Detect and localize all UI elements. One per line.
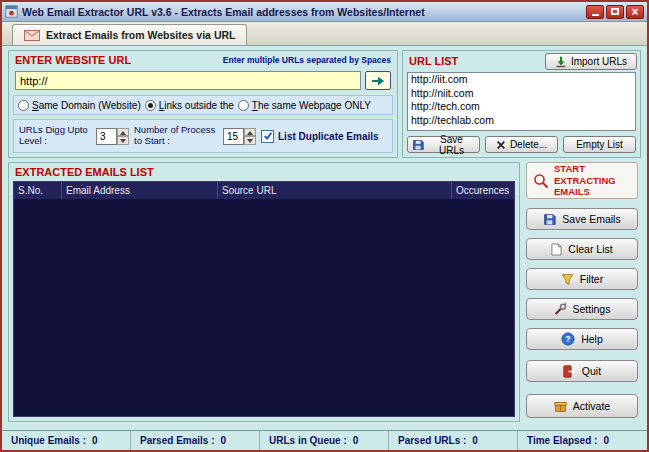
- radio-same-domain[interactable]: Same Domain (Website): [18, 100, 141, 111]
- go-button[interactable]: [365, 71, 391, 90]
- url-list-item[interactable]: http://tech.com: [408, 100, 635, 114]
- column-header-source-url[interactable]: Source URL: [218, 182, 452, 199]
- process-count-stepper: 15: [223, 128, 256, 145]
- status-label: URLs in Queue :: [269, 435, 347, 446]
- filter-button[interactable]: Filter: [526, 268, 638, 290]
- status-parsed-emails: Parsed Emails : 0: [131, 431, 260, 450]
- digg-level-label: URLs Digg Upto Level :: [19, 125, 91, 147]
- process-count-down-button[interactable]: [244, 136, 256, 145]
- delete-x-icon: [496, 140, 506, 150]
- radio-label: Links outside the: [159, 100, 234, 111]
- import-urls-button[interactable]: Import URLs: [545, 53, 637, 70]
- url-list-item[interactable]: http://iit.com: [408, 73, 635, 87]
- window-controls: [586, 5, 644, 19]
- process-count-up-button[interactable]: [244, 128, 256, 137]
- status-label: Parsed Emails :: [140, 435, 214, 446]
- app-icon: [5, 5, 18, 18]
- save-emails-label: Save Emails: [562, 213, 620, 225]
- start-extracting-label: START EXTRACTING EMAILS: [554, 163, 633, 199]
- delete-url-label: Delete...: [510, 139, 547, 150]
- quit-label: Quit: [582, 365, 601, 377]
- list-duplicate-emails-checkbox[interactable]: List Duplicate Emails: [261, 130, 379, 143]
- activate-button[interactable]: Activate: [526, 394, 638, 418]
- minimize-button[interactable]: [586, 5, 604, 19]
- maximize-icon: [611, 8, 619, 15]
- status-unique-emails: Unique Emails : 0: [2, 431, 131, 450]
- url-list-section: URL LIST Import URLs http://iit.com http…: [402, 50, 641, 158]
- digg-level-up-button[interactable]: [117, 128, 129, 137]
- close-button[interactable]: [626, 5, 644, 19]
- import-icon: [555, 56, 567, 68]
- radio-icon: [145, 100, 156, 111]
- radio-same-webpage-only[interactable]: The same Webpage ONLY: [238, 100, 371, 111]
- tab-label: Extract Emails from Websites via URL: [46, 29, 235, 41]
- extracted-emails-header: EXTRACTED EMAILS LIST: [15, 166, 154, 178]
- quit-button[interactable]: Quit: [526, 360, 638, 382]
- status-value: 0: [603, 435, 609, 446]
- activate-icon: [554, 400, 567, 413]
- main-panel: ENTER WEBSITE URL Enter multiple URLs se…: [2, 46, 647, 430]
- url-listbox[interactable]: http://iit.com http://niit.com http://te…: [407, 72, 636, 131]
- status-time-elapsed: Time Elapsed : 0: [518, 431, 647, 450]
- clear-list-button[interactable]: Clear List: [526, 238, 638, 260]
- status-label: Parsed URLs :: [398, 435, 466, 446]
- help-button[interactable]: ? Help: [526, 328, 638, 350]
- digg-level-stepper: 3: [96, 128, 129, 145]
- settings-icon: [554, 303, 567, 316]
- check-icon: [263, 131, 273, 141]
- delete-url-button[interactable]: Delete...: [485, 136, 558, 153]
- radio-icon: [18, 100, 29, 111]
- url-list-item[interactable]: http://niit.com: [408, 87, 635, 101]
- go-arrow-icon: [371, 75, 385, 87]
- status-label: Time Elapsed :: [527, 435, 597, 446]
- title-bar: Web Email Extractor URL v3.6 - Extracts …: [2, 2, 647, 22]
- digg-level-value[interactable]: 3: [96, 128, 117, 145]
- save-urls-label: Save URLs: [428, 134, 475, 156]
- save-icon: [412, 139, 424, 151]
- checkbox-box: [261, 130, 274, 143]
- help-icon: ?: [561, 332, 575, 346]
- url-list-item[interactable]: http://techlab.com: [408, 114, 635, 128]
- settings-label: Settings: [573, 303, 611, 315]
- emails-table: S.No. Email Address Source URL Occurence…: [13, 181, 515, 417]
- status-bar: Unique Emails : 0 Parsed Emails : 0 URLs…: [2, 430, 647, 450]
- radio-links-outside[interactable]: Links outside the: [145, 100, 234, 111]
- crawl-settings-row: URLs Digg Upto Level : 3 Number of Proce…: [13, 119, 393, 153]
- status-value: 0: [92, 435, 98, 446]
- column-header-occurences[interactable]: Occurences: [452, 182, 514, 199]
- status-label: Unique Emails :: [11, 435, 86, 446]
- app-window: Web Email Extractor URL v3.6 - Extracts …: [0, 0, 649, 452]
- start-extracting-button[interactable]: START EXTRACTING EMAILS: [526, 162, 638, 199]
- radio-label: Same Domain (Website): [32, 100, 141, 111]
- minimize-icon: [592, 14, 599, 16]
- window-title: Web Email Extractor URL v3.6 - Extracts …: [22, 6, 582, 18]
- extracted-emails-section: EXTRACTED EMAILS LIST S.No. Email Addres…: [8, 162, 520, 422]
- filter-icon: [561, 273, 574, 286]
- clear-list-label: Clear List: [568, 243, 612, 255]
- tab-strip: Extract Emails from Websites via URL: [2, 22, 647, 46]
- enter-url-section: ENTER WEBSITE URL Enter multiple URLs se…: [8, 50, 398, 158]
- checkbox-label: List Duplicate Emails: [278, 131, 379, 142]
- digg-level-down-button[interactable]: [117, 136, 129, 145]
- column-header-email-address[interactable]: Email Address: [62, 182, 218, 199]
- settings-button[interactable]: Settings: [526, 298, 638, 320]
- clear-icon: [551, 243, 562, 256]
- status-parsed-urls: Parsed URLs : 0: [389, 431, 518, 450]
- multiple-urls-note: Enter multiple URLs separated by Spaces: [223, 55, 391, 65]
- process-count-value[interactable]: 15: [223, 128, 244, 145]
- save-urls-button[interactable]: Save URLs: [407, 136, 480, 153]
- envelope-icon: [24, 30, 40, 41]
- status-urls-in-queue: URLs in Queue : 0: [260, 431, 389, 450]
- maximize-button[interactable]: [606, 5, 624, 19]
- tab-extract-emails[interactable]: Extract Emails from Websites via URL: [12, 24, 247, 45]
- process-count-label: Number of Process to Start :: [134, 125, 218, 147]
- enter-url-header: ENTER WEBSITE URL: [15, 54, 131, 66]
- radio-icon: [238, 100, 249, 111]
- status-value: 0: [220, 435, 226, 446]
- url-input[interactable]: [15, 71, 361, 90]
- save-icon: [543, 213, 556, 226]
- empty-list-label: Empty List: [576, 139, 623, 150]
- column-header-sno[interactable]: S.No.: [14, 182, 62, 199]
- empty-list-button[interactable]: Empty List: [563, 136, 636, 153]
- save-emails-button[interactable]: Save Emails: [526, 208, 638, 230]
